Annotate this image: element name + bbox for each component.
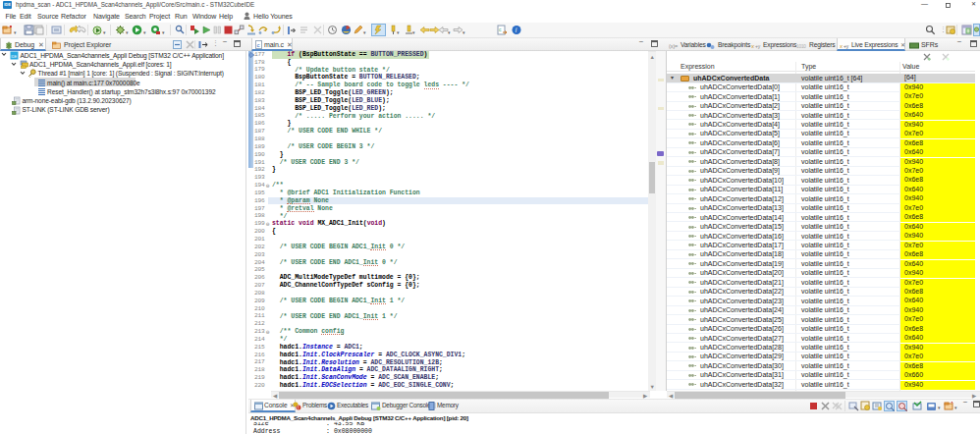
svg-text:(x)=: (x)=	[669, 43, 678, 49]
svg-text:+y: +y	[755, 43, 761, 49]
svg-text:1010: 1010	[796, 44, 806, 49]
svg-text:!: !	[298, 405, 299, 410]
svg-text:IDE: IDE	[11, 54, 18, 58]
svg-text:+y: +y	[844, 43, 849, 49]
svg-text:c: c	[257, 42, 260, 48]
